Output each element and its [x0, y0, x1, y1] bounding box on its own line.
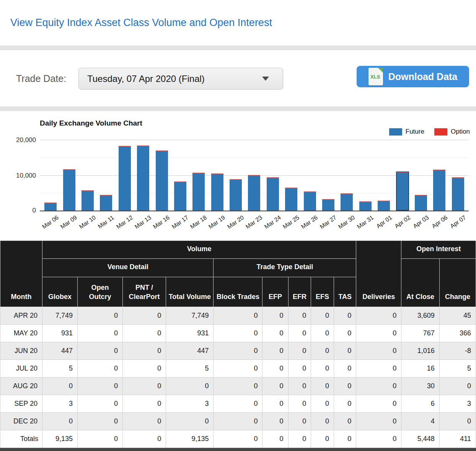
x-axis-label: Mar 10	[78, 214, 97, 230]
value-cell: 0	[311, 430, 334, 448]
value-cell: 5	[42, 359, 78, 377]
future-bar-segment	[397, 173, 408, 210]
value-cell: 931	[42, 324, 78, 342]
group-header-volume: Volume	[42, 241, 356, 259]
volume-bar[interactable]	[322, 199, 334, 211]
chart-bar-group: Mar 31	[356, 140, 375, 211]
volume-bar[interactable]	[82, 190, 94, 211]
value-cell: 0	[77, 377, 122, 395]
value-cell: 411	[439, 430, 476, 448]
value-cell: 0	[77, 359, 122, 377]
value-cell: 366	[439, 324, 476, 342]
table-row: AUG 200000000000300	[0, 377, 476, 395]
value-cell: 0	[334, 342, 356, 359]
chart-bar-group: Apr 02	[393, 140, 411, 211]
value-cell: 5	[166, 359, 214, 377]
value-cell: 0	[311, 359, 334, 377]
value-cell: 0	[123, 395, 166, 412]
value-cell: 0	[311, 395, 334, 412]
value-cell: 5	[439, 359, 476, 377]
volume-bar[interactable]	[304, 191, 316, 211]
value-cell: 7,749	[42, 307, 78, 324]
value-cell: 0	[288, 430, 311, 448]
volume-bar[interactable]	[378, 201, 390, 211]
value-cell: 30	[401, 377, 439, 395]
future-bar-segment	[433, 170, 445, 211]
y-axis-tick: 0	[0, 207, 36, 214]
value-cell: 0	[288, 395, 311, 412]
volume-bar[interactable]	[211, 173, 223, 211]
volume-bar[interactable]	[415, 195, 427, 211]
value-cell: 0	[123, 359, 166, 377]
chart-bar-group: Mar 09	[60, 140, 78, 211]
value-cell: 0	[334, 307, 356, 324]
chart-bar-group: Mar 24	[264, 140, 282, 211]
table-row: JUN 20447004470000001,016-8	[0, 342, 476, 359]
chart-bar-group: Apr 03	[412, 140, 430, 211]
download-data-button[interactable]: XLS Download Data	[357, 66, 469, 87]
volume-bar[interactable]	[433, 170, 445, 211]
volume-bar[interactable]	[285, 188, 297, 211]
value-cell: 0	[214, 307, 262, 324]
value-cell: 0	[262, 307, 288, 324]
future-bar-segment	[248, 176, 260, 211]
value-cell: 0	[77, 324, 122, 342]
volume-bar[interactable]	[44, 203, 57, 211]
table-row: DEC 20000000000040	[0, 412, 476, 430]
value-cell: 3	[439, 395, 476, 412]
volume-bar[interactable]	[359, 201, 372, 211]
col-header-total-volume: Total Volume	[166, 277, 214, 307]
volume-bar[interactable]	[100, 195, 112, 211]
volume-bar[interactable]	[341, 193, 353, 211]
value-cell: 0	[311, 324, 334, 342]
page-title-link[interactable]: View Equity Index Asset Class Volume and…	[10, 17, 272, 29]
value-cell: 0	[214, 324, 262, 342]
chart-bar-group: Mar 06	[41, 140, 60, 211]
col-header-month: Month	[0, 241, 42, 307]
volume-bar[interactable]	[230, 179, 242, 211]
x-axis-label: Mar 24	[263, 214, 282, 230]
trade-date-dropdown[interactable]: Tuesday, 07 Apr 2020 (Final)	[78, 68, 283, 90]
volume-bar[interactable]	[156, 150, 168, 211]
value-cell: 0	[334, 412, 356, 430]
value-cell: 0	[439, 412, 476, 430]
option-swatch-icon	[434, 128, 447, 136]
volume-bar[interactable]	[63, 169, 75, 211]
group-header-open-interest: Open Interest	[401, 241, 476, 259]
volume-bar[interactable]	[192, 173, 205, 211]
volume-bar[interactable]	[137, 145, 149, 211]
future-bar-segment	[44, 203, 57, 211]
volume-bar[interactable]	[267, 177, 279, 211]
value-cell: 447	[166, 342, 214, 359]
chart-bar-group: Mar 16	[152, 140, 171, 211]
value-cell: 0	[77, 307, 122, 324]
month-cell: JUN 20	[0, 342, 42, 359]
value-cell: 3	[42, 395, 78, 412]
x-axis-label: Mar 12	[115, 214, 134, 230]
future-bar-segment	[63, 170, 75, 211]
x-axis-label: Apr 01	[375, 214, 393, 230]
volume-bar[interactable]	[119, 146, 131, 211]
value-cell: 767	[401, 324, 439, 342]
x-axis-label: Apr 07	[449, 214, 467, 230]
chart-bar-group: Mar 12	[116, 140, 134, 211]
value-cell: 0	[262, 430, 288, 448]
value-cell: 0	[356, 342, 401, 359]
legend-item-option: Option	[434, 128, 470, 136]
value-cell: 0	[166, 412, 214, 430]
value-cell: 4	[401, 412, 439, 430]
volume-bar[interactable]	[452, 177, 464, 211]
volume-bar[interactable]	[248, 175, 260, 211]
month-cell: SEP 20	[0, 395, 42, 412]
volume-bar-selected[interactable]	[396, 172, 409, 211]
separator-bar	[0, 46, 476, 50]
value-cell: 0	[77, 342, 122, 359]
col-header-at-close: At Close	[401, 259, 439, 307]
value-cell: 0	[311, 307, 334, 324]
volume-bar[interactable]	[174, 181, 186, 211]
chart-bar-group: Mar 18	[189, 140, 208, 211]
value-cell: 0	[214, 342, 262, 359]
x-axis-label: Apr 03	[412, 214, 430, 230]
future-bar-segment	[192, 173, 205, 211]
chart-bar-group: Mar 11	[97, 140, 115, 211]
